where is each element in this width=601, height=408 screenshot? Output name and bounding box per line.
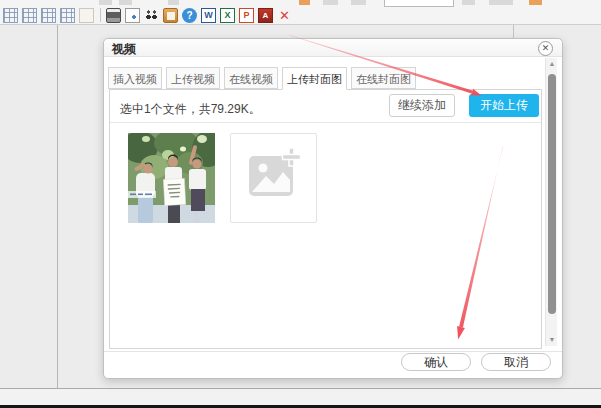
file-stats-text: 选中1个文件，共79.29K。 [120, 98, 261, 121]
close-button[interactable]: ✕ [538, 41, 553, 56]
pdf-import-icon[interactable]: A [258, 8, 273, 23]
table-merge-cells-icon[interactable] [60, 8, 75, 23]
print-icon[interactable] [106, 8, 121, 23]
toolbar-partial-icon [99, 0, 112, 5]
dialog-scrollbar[interactable]: ▲ ▼ [545, 58, 557, 346]
upload-content-panel: 选中1个文件，共79.29K。 继续添加 开始上传 [109, 89, 542, 349]
excel-import-icon[interactable]: X [220, 8, 235, 23]
dialog-title: 视频 [112, 41, 136, 58]
editor-panel-border-left [57, 25, 58, 388]
confirm-button[interactable]: 确认 [401, 353, 471, 371]
video-cover-thumbnail[interactable] [128, 133, 215, 223]
toolbar-partial-icon [299, 0, 310, 5]
continue-add-button[interactable]: 继续添加 [389, 94, 455, 117]
toolbar-partial-dropdown [384, 0, 454, 7]
toolbar-partial-icon [462, 0, 475, 5]
table-insert-row-icon[interactable] [22, 8, 37, 23]
dialog-titlebar: 视频 ✕ [104, 39, 562, 57]
toolbar-icon-row: ?WXPA✕ [3, 8, 296, 23]
toolbar-separator[interactable] [100, 8, 101, 22]
scroll-up-icon[interactable]: ▲ [546, 58, 558, 70]
table-properties-icon[interactable] [3, 8, 18, 23]
cover-photo-image [128, 133, 215, 223]
clear-doc-icon[interactable]: ✕ [277, 8, 292, 23]
table-insert-column-icon[interactable] [41, 8, 56, 23]
scroll-down-icon[interactable]: ▼ [546, 334, 558, 346]
toolbar-partial-icon [323, 0, 338, 5]
footer-divider [104, 351, 562, 352]
editor-panel-border-right [513, 25, 514, 38]
video-dialog: 视频 ✕ 插入视频上传视频在线视频上传封面图在线封面图 选中1个文件，共79.2… [103, 38, 563, 379]
paste-icon[interactable] [163, 8, 178, 23]
toolbar-partial-icon [489, 0, 513, 5]
scrollbar-thumb[interactable] [548, 74, 556, 314]
divider [110, 122, 541, 123]
ppt-import-icon[interactable]: P [239, 8, 254, 23]
toolbar-partial-icon [168, 0, 179, 5]
start-upload-button[interactable]: 开始上传 [469, 94, 539, 117]
add-cover-placeholder[interactable] [230, 133, 317, 223]
toolbar-partial-icon [351, 0, 366, 5]
editor-toolbar: ?WXPA✕ [0, 0, 601, 25]
toolbar-partial-icon [529, 0, 542, 5]
editor-statusbar: 当前已输入1个字符，您还 [0, 389, 601, 406]
close-icon: ✕ [539, 42, 552, 55]
cancel-button[interactable]: 取消 [481, 353, 551, 371]
toolbar-partial-icon [119, 0, 132, 5]
search-replace-icon[interactable] [144, 8, 159, 23]
word-import-icon[interactable]: W [201, 8, 216, 23]
preview-icon[interactable] [125, 8, 140, 23]
add-image-icon [231, 134, 316, 222]
dialog-tabs: 插入视频上传视频在线视频上传封面图在线封面图 [108, 67, 420, 90]
page-break-icon[interactable] [79, 8, 94, 23]
help-icon[interactable]: ? [182, 8, 197, 23]
